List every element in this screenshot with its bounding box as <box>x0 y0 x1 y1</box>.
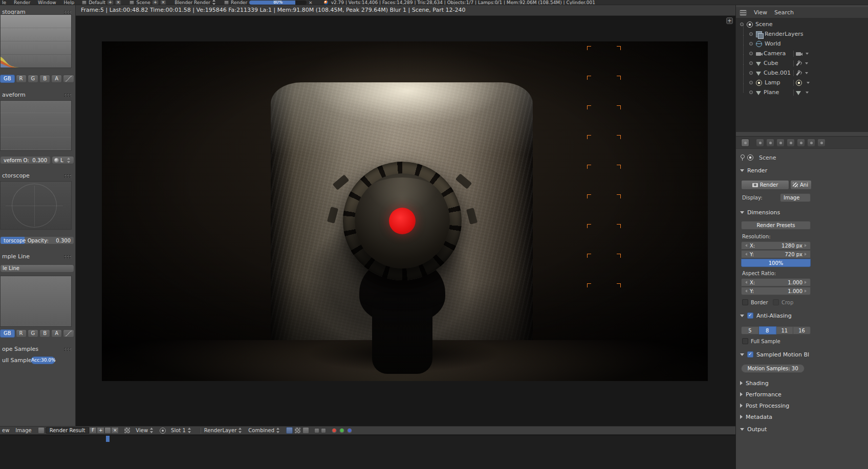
aa-samples-16-button[interactable]: 16 <box>793 326 811 334</box>
antialiasing-checkbox[interactable] <box>747 312 753 319</box>
render-section-header[interactable]: Render <box>740 167 767 174</box>
blue-channel-button[interactable] <box>346 428 353 434</box>
panel-grip-icon[interactable] <box>63 174 72 177</box>
menu-help[interactable]: Help <box>64 0 75 5</box>
crop-checkbox[interactable] <box>773 299 779 305</box>
vectorscope-opacity-slider[interactable]: torscope Opacity: 0.300 <box>0 236 74 244</box>
animation-button[interactable]: Ani <box>790 180 812 190</box>
metadata-section-header[interactable]: Metadata <box>740 413 772 420</box>
render-button[interactable]: Render <box>741 180 789 190</box>
center-target-icon[interactable] <box>160 428 166 434</box>
expand-dot-icon[interactable] <box>749 81 753 84</box>
resolution-y-field[interactable]: Y: 720 px <box>741 250 811 258</box>
outliner-row-plane[interactable]: Plane <box>736 87 868 97</box>
expand-dot-icon[interactable] <box>749 61 753 65</box>
output-section-header[interactable]: Output <box>740 426 767 433</box>
decrement-arrow-icon[interactable] <box>744 289 747 293</box>
scope-samples-panel-header[interactable]: ope Samples <box>2 346 38 352</box>
resolution-percentage-slider[interactable]: 100% <box>741 259 811 267</box>
vectorscope-panel-header[interactable]: ctorscope <box>2 173 30 179</box>
draw-channels-z-button[interactable] <box>302 427 309 434</box>
cancel-render-button[interactable]: × <box>309 0 313 5</box>
close-scene-button[interactable]: × <box>160 0 167 5</box>
current-frame-cursor[interactable] <box>106 436 110 442</box>
outliner-row-world[interactable]: World <box>736 39 868 49</box>
menu-file[interactable]: le <box>2 0 6 5</box>
aa-samples-8-button[interactable]: 8 <box>759 326 776 334</box>
chevron-down-icon[interactable] <box>807 82 810 84</box>
tab-render-icon[interactable] <box>741 139 749 147</box>
show-line-toggle[interactable] <box>63 75 74 83</box>
image-name-field[interactable]: Render Result <box>46 427 90 434</box>
sample-line-button[interactable]: le Line <box>0 264 74 273</box>
chevron-down-icon[interactable] <box>805 62 808 64</box>
menu-render[interactable]: Render <box>14 0 30 5</box>
channel-b-button[interactable]: B <box>39 329 50 338</box>
increment-arrow-icon[interactable] <box>805 244 808 247</box>
expand-dot-icon[interactable] <box>749 42 753 46</box>
chevron-down-icon[interactable] <box>805 72 808 74</box>
image-pin-icon[interactable] <box>124 427 131 434</box>
channel-rgb-button[interactable]: GB <box>0 75 15 83</box>
tab-scene-icon[interactable] <box>766 139 774 147</box>
sampled-motion-checkbox[interactable] <box>747 351 753 358</box>
outliner-menu-view[interactable]: View <box>754 9 767 16</box>
slot-select[interactable]: Slot 1 <box>171 428 191 433</box>
postprocessing-section-header[interactable]: Post Processing <box>740 402 789 409</box>
outliner-row-renderlayers[interactable]: RenderLayers <box>736 29 868 39</box>
outliner-editor-icon[interactable] <box>740 10 747 16</box>
motion-samples-field[interactable]: Motion Samples: 30 <box>741 364 805 373</box>
draw-channels-color-button[interactable] <box>286 427 293 434</box>
outliner-row-cube001[interactable]: Cube.001 <box>736 68 868 78</box>
display-select[interactable]: Image <box>780 193 811 202</box>
expand-dot-icon[interactable] <box>749 32 753 36</box>
tab-modifiers-icon[interactable] <box>797 139 805 147</box>
tab-object-icon[interactable] <box>787 139 795 147</box>
dimensions-section-header[interactable]: Dimensions <box>740 209 780 216</box>
draw-channels-alpha-button[interactable] <box>294 427 301 434</box>
red-channel-button[interactable] <box>331 428 337 434</box>
aa-samples-11-button[interactable]: 11 <box>776 326 794 334</box>
unlink-image-button[interactable]: × <box>111 427 119 434</box>
increment-arrow-icon[interactable] <box>805 281 808 284</box>
channel-a-button[interactable]: A <box>51 75 62 83</box>
tab-world-icon[interactable] <box>776 139 785 147</box>
waveform-opacity-slider[interactable]: veform O: 0.300 <box>0 156 51 164</box>
repeat-image-icon[interactable] <box>321 428 326 433</box>
outliner-row-camera[interactable]: Camera <box>736 49 868 58</box>
aa-samples-5-button[interactable]: 5 <box>741 326 759 334</box>
channel-g-button[interactable]: G <box>28 75 39 83</box>
tab-material-icon[interactable] <box>817 139 826 147</box>
resolution-x-field[interactable]: X: 1280 px <box>741 241 811 250</box>
expand-dot-icon[interactable] <box>749 52 753 55</box>
scene-name[interactable]: Scene <box>136 0 150 5</box>
aspect-x-field[interactable]: X: 1.000 <box>741 278 811 286</box>
performance-section-header[interactable]: Performance <box>740 391 782 398</box>
increment-arrow-icon[interactable] <box>805 289 808 293</box>
add-layout-button[interactable]: + <box>107 0 114 5</box>
channel-g-button[interactable]: G <box>28 329 39 338</box>
outliner-row-scene[interactable]: Scene <box>736 19 868 29</box>
menu-view[interactable]: ew <box>2 428 9 433</box>
shading-section-header[interactable]: Shading <box>740 379 769 387</box>
renderpass-select[interactable]: Combined <box>248 428 280 433</box>
tab-renderlayers-icon[interactable] <box>756 139 764 147</box>
border-checkbox[interactable] <box>742 299 748 305</box>
pin-icon[interactable] <box>740 154 744 161</box>
panel-grip-icon[interactable] <box>63 347 72 351</box>
add-scene-button[interactable]: + <box>152 0 159 5</box>
waveform-mode-select[interactable]: L <box>52 156 74 164</box>
channel-a-button[interactable]: A <box>51 329 62 338</box>
menu-image[interactable]: Image <box>15 428 31 433</box>
image-browse-icon[interactable] <box>38 427 45 434</box>
accuracy-slider[interactable]: Acc:30.0% <box>31 356 55 364</box>
fake-user-button[interactable]: F <box>89 427 97 434</box>
chevron-down-icon[interactable] <box>806 92 809 94</box>
new-image-button[interactable]: + <box>97 427 104 434</box>
renderlayer-select[interactable]: RenderLayer <box>204 428 242 433</box>
show-line-toggle[interactable] <box>63 329 74 338</box>
waveform-panel-header[interactable]: aveform <box>2 92 26 98</box>
scene-selector[interactable]: Scene + × <box>129 0 166 5</box>
render-presets-select[interactable]: Render Presets <box>741 221 811 230</box>
panel-grip-icon[interactable] <box>63 255 72 258</box>
